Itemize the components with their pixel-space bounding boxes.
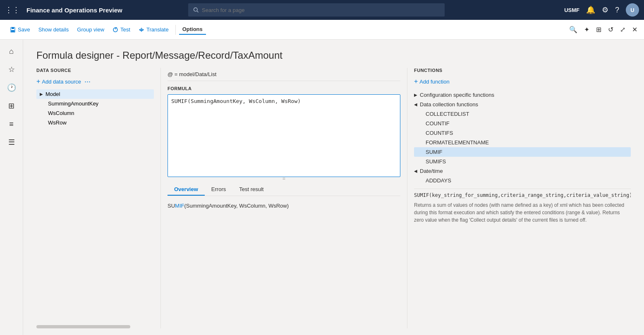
preview-suffix: (SummingAmountKey, WsColumn, WsRow) — [184, 203, 289, 209]
toolbar-refresh-icon[interactable]: ↺ — [608, 26, 613, 34]
group-view-button[interactable]: Group view — [74, 25, 108, 34]
formula-section-title: FORMULA — [168, 86, 400, 91]
func-signature: SUMIF(key_string_for_summing,criteria_ra… — [414, 192, 631, 198]
toolbar-pin-icon[interactable]: ✦ — [584, 26, 589, 34]
category-config-specific[interactable]: ▶ Configuration specific functions — [414, 90, 631, 100]
item-label: WsColumn — [48, 110, 74, 116]
formula-path: @ = model/Data/List — [168, 68, 400, 81]
func-adddays[interactable]: ADDDAYS — [414, 176, 631, 185]
middle-panel: @ = model/Data/List FORMULA SUMIF(Summin… — [160, 68, 407, 328]
two-col-layout: DATA SOURCE + Add data source ··· ▶ Mode… — [23, 68, 644, 335]
category-data-collection[interactable]: ◀ Data collection functions — [414, 100, 631, 109]
item-label: WsRow — [48, 120, 67, 126]
category-label: Date/time — [420, 168, 443, 174]
resize-handle[interactable]: = — [168, 177, 400, 180]
page-title: Formula designer - Report/Message/Record… — [36, 50, 631, 61]
save-icon — [10, 27, 16, 33]
datasource-item-wscolumn[interactable]: WsColumn — [45, 108, 154, 118]
func-formatelementname[interactable]: FORMATELEMENTNAME — [414, 138, 631, 147]
func-desc-text: Returns a sum of values of nodes (with n… — [414, 201, 631, 224]
category-label: Data collection functions — [420, 101, 478, 108]
bottom-scrollbar[interactable] — [36, 325, 130, 328]
show-details-button[interactable]: Show details — [35, 25, 72, 34]
save-button[interactable]: Save — [7, 25, 34, 34]
category-expand-icon: ◀ — [414, 102, 417, 107]
svg-rect-3 — [12, 27, 14, 29]
add-row: + Add data source ··· — [36, 76, 154, 87]
formula-editor[interactable]: SUMIF(SummingAmountKey, WsColumn, WsRow) — [168, 94, 400, 177]
formula-preview: SUMIF(SummingAmountKey, WsColumn, WsRow) — [168, 199, 400, 212]
svg-line-1 — [197, 11, 198, 12]
datasource-item-model[interactable]: ▶ Model — [36, 89, 154, 99]
func-sumif[interactable]: SUMIF — [414, 147, 631, 157]
category-expand-icon: ◀ — [414, 169, 417, 173]
user-label: USMF — [564, 7, 579, 13]
help-icon[interactable]: ? — [615, 6, 619, 14]
tabs-row: Overview Errors Test result — [168, 184, 400, 196]
preview-prefix: SU — [168, 203, 175, 209]
datasource-item-summingamountkey[interactable]: SummingAmountKey — [45, 99, 154, 108]
left-sidebar: ⌂ ☆ 🕐 ⊞ ≡ ☰ — [0, 40, 23, 335]
add-datasource-button[interactable]: + Add data source — [36, 76, 81, 87]
sidebar-icon-history[interactable]: 🕐 — [3, 79, 20, 96]
toolbar-expand-icon[interactable]: ⤢ — [620, 26, 625, 34]
expand-icon: ▶ — [40, 92, 43, 96]
datasource-section-title: DATA SOURCE — [36, 68, 154, 73]
toolbar: Save Show details Group view Test Transl… — [0, 20, 644, 40]
settings-icon[interactable]: ⚙ — [602, 5, 608, 14]
functions-list: ▶ Configuration specific functions ◀ Dat… — [414, 90, 631, 328]
right-panel: FUNCTIONS + Add function ▶ Configuration… — [407, 68, 631, 328]
main-layout: ⌂ ☆ 🕐 ⊞ ≡ ☰ Formula designer - Report/Me… — [0, 40, 644, 335]
tab-errors[interactable]: Errors — [205, 184, 232, 196]
func-countif[interactable]: COUNTIF — [414, 119, 631, 128]
item-label: Model — [45, 91, 60, 97]
search-input[interactable] — [202, 7, 440, 13]
sidebar-icon-list[interactable]: ≡ — [3, 116, 20, 132]
toolbar-right-icons: 🔍 ✦ ⊞ ↺ ⤢ ✕ — [569, 26, 637, 34]
test-button[interactable]: Test — [109, 25, 134, 34]
toolbar-divider — [175, 25, 176, 35]
func-collectedlist[interactable]: COLLECTEDLIST — [414, 109, 631, 119]
plus-icon: + — [414, 78, 418, 85]
page-header: Formula designer - Report/Message/Record… — [23, 40, 644, 68]
sidebar-icon-star[interactable]: ☆ — [3, 61, 20, 78]
datasource-item-wsrow[interactable]: WsRow — [45, 118, 154, 127]
content-area: Formula designer - Report/Message/Record… — [23, 40, 644, 335]
options-label: Options — [179, 24, 206, 35]
left-panel: DATA SOURCE + Add data source ··· ▶ Mode… — [36, 68, 160, 328]
search-bar — [188, 3, 445, 17]
search-icon — [193, 7, 199, 13]
func-description-box: SUMIF(key_string_for_summing,criteria_ra… — [414, 189, 631, 224]
func-countifs[interactable]: COUNTIFS — [414, 128, 631, 138]
sidebar-icon-home[interactable]: ⌂ — [3, 43, 20, 60]
svg-point-0 — [194, 8, 197, 12]
functions-section-title: FUNCTIONS — [414, 68, 631, 73]
preview-highlight: MIF — [175, 203, 184, 209]
tab-overview[interactable]: Overview — [168, 184, 205, 196]
grid-icon[interactable]: ⋮⋮ — [5, 5, 20, 14]
tab-test-result[interactable]: Test result — [232, 184, 270, 196]
category-datetime[interactable]: ◀ Date/time — [414, 166, 631, 176]
test-icon — [113, 27, 118, 33]
plus-icon: + — [36, 78, 40, 85]
sidebar-icon-menu[interactable]: ☰ — [3, 134, 20, 151]
avatar[interactable]: U — [626, 3, 639, 17]
bell-icon[interactable]: 🔔 — [586, 5, 595, 14]
toolbar-search-icon[interactable]: 🔍 — [569, 26, 577, 34]
category-expand-icon: ▶ — [414, 93, 417, 97]
toolbar-close-icon[interactable]: ✕ — [632, 26, 637, 34]
translate-button[interactable]: Translate — [135, 25, 172, 34]
top-navigation: ⋮⋮ Finance and Operations Preview USMF 🔔… — [0, 0, 644, 20]
more-options-icon[interactable]: ··· — [84, 77, 91, 86]
app-title: Finance and Operations Preview — [26, 7, 122, 14]
top-nav-right: USMF 🔔 ⚙ ? U — [564, 3, 639, 17]
item-label: SummingAmountKey — [48, 100, 98, 107]
svg-rect-4 — [11, 30, 14, 32]
add-function-button[interactable]: + Add function — [414, 76, 631, 87]
sidebar-icon-workspace[interactable]: ⊞ — [3, 98, 20, 114]
category-label: Configuration specific functions — [420, 92, 494, 98]
translate-icon — [139, 27, 144, 33]
func-sumifs[interactable]: SUMIFS — [414, 157, 631, 166]
toolbar-view-icon[interactable]: ⊞ — [596, 26, 601, 34]
